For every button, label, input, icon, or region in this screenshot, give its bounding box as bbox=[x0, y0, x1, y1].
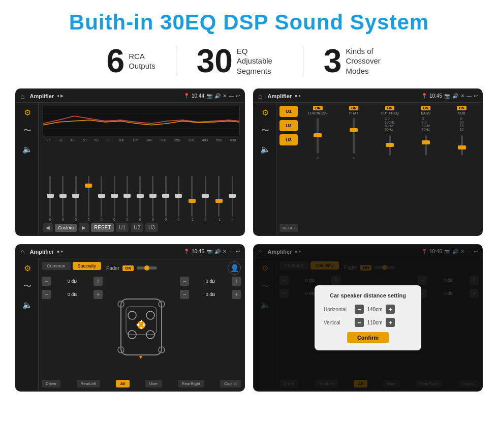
fader-sidebar-wave[interactable]: 〜 bbox=[20, 281, 35, 292]
amp-minimize-icon[interactable]: — bbox=[466, 93, 472, 99]
location-icon: 📍 bbox=[183, 93, 190, 99]
fader-4: 5 bbox=[88, 176, 90, 221]
rearright-btn[interactable]: RearRight bbox=[178, 380, 204, 387]
preset-u2[interactable]: U2 bbox=[279, 120, 298, 131]
eq-content: 2532 4050 6380 100125 160200 250320 4005… bbox=[39, 103, 244, 235]
back-icon[interactable]: ↩ bbox=[236, 93, 240, 99]
db-minus-4[interactable]: − bbox=[180, 290, 189, 299]
db-plus-1[interactable]: + bbox=[94, 277, 103, 286]
fader-13: 0 bbox=[204, 176, 206, 221]
loudness-fader[interactable] bbox=[317, 118, 319, 154]
dialog-title: Car speaker distance setting bbox=[324, 292, 412, 298]
copilot-btn[interactable]: Copilot bbox=[220, 380, 241, 387]
sub-label: SUB bbox=[458, 111, 465, 115]
stat-rca: 6 RCAOutputs bbox=[86, 45, 176, 77]
amp-camera-icon: 📷 bbox=[444, 93, 450, 99]
fader-bottom-buttons: Driver RearLeft All User RearRight Copil… bbox=[42, 380, 241, 387]
dialog-vertical-label: Vertical bbox=[324, 320, 352, 325]
dialog-vertical-plus[interactable]: + bbox=[386, 318, 395, 327]
tab-common[interactable]: Common bbox=[42, 262, 71, 270]
dialog-vertical-row: Vertical − 110cm + bbox=[324, 318, 412, 327]
phat-fader[interactable] bbox=[353, 118, 355, 154]
fader-sidebar: ⚙ 〜 🔈 bbox=[16, 258, 39, 391]
fader-topbar: ⌂ Amplifier ■ ● 📍 10:46 📷 🔊 ✕ — ↩ bbox=[16, 245, 244, 258]
eq-sidebar-filter[interactable]: ⚙ bbox=[20, 107, 35, 118]
amp-sidebar-wave[interactable]: 〜 bbox=[258, 125, 272, 136]
dialog-overlay: Car speaker distance setting Horizontal … bbox=[254, 245, 482, 391]
sub-on[interactable]: ON bbox=[457, 106, 466, 110]
loudness-on[interactable]: ON bbox=[313, 106, 323, 110]
driver-btn[interactable]: Driver bbox=[42, 380, 60, 387]
fader-screen: ⌂ Amplifier ■ ● 📍 10:46 📷 🔊 ✕ — ↩ ⚙ 〜 🔈 bbox=[15, 244, 245, 392]
eq-play-btn[interactable]: ▶ bbox=[79, 223, 89, 232]
cutfreq-fader[interactable] bbox=[389, 135, 391, 156]
close-icon[interactable]: ✕ bbox=[223, 93, 227, 99]
all-btn[interactable]: All bbox=[116, 380, 129, 387]
bass-label: BASS bbox=[421, 111, 430, 115]
minimize-icon[interactable]: — bbox=[229, 93, 234, 99]
eq-prev-btn[interactable]: ◀ bbox=[43, 223, 53, 232]
bass-fader[interactable] bbox=[425, 135, 427, 156]
home-icon[interactable]: ⌂ bbox=[20, 92, 24, 100]
svg-text:▶: ▶ bbox=[143, 322, 146, 327]
stat-eq-label: EQ AdjustableSegments bbox=[237, 46, 283, 76]
svg-point-6 bbox=[128, 311, 136, 319]
car-diagram-svg: ▲ ▼ ◀ ▶ ▼ bbox=[111, 294, 172, 360]
fader-home-icon[interactable]: ⌂ bbox=[20, 248, 24, 256]
fader-sidebar-filter[interactable]: ⚙ bbox=[20, 262, 35, 274]
svg-text:▼: ▼ bbox=[138, 354, 143, 360]
preset-u1[interactable]: U1 bbox=[279, 106, 298, 117]
amp-close-icon[interactable]: ✕ bbox=[460, 93, 464, 99]
eq-reset-btn[interactable]: RESET bbox=[91, 223, 114, 232]
fader-11: 0 bbox=[178, 176, 180, 221]
rearleft-btn[interactable]: RearLeft bbox=[77, 380, 101, 387]
eq-u1-btn[interactable]: U1 bbox=[116, 223, 129, 232]
eq-u2-btn[interactable]: U2 bbox=[131, 223, 143, 232]
db-value-3: 0 dB bbox=[191, 279, 230, 284]
amp-sidebar-filter[interactable]: ⚙ bbox=[258, 107, 272, 118]
amp-home-icon[interactable]: ⌂ bbox=[258, 92, 262, 100]
amp-reset-btn[interactable]: RESET bbox=[279, 224, 298, 232]
dialog-vertical-minus[interactable]: − bbox=[355, 318, 364, 327]
cutfreq-label: CUT FREQ bbox=[381, 111, 399, 115]
fader-on-badge[interactable]: ON bbox=[122, 265, 134, 271]
eq-u3-btn[interactable]: U3 bbox=[145, 223, 158, 232]
eq-screen: ⌂ Amplifier ● ▶ 📍 10:44 📷 🔊 ✕ — ↩ ⚙ 〜 🔈 bbox=[15, 88, 245, 236]
stat-crossover-number: 3 bbox=[324, 45, 342, 77]
eq-sidebar-wave[interactable]: 〜 bbox=[20, 125, 35, 136]
db-value-1: 0 dB bbox=[53, 279, 91, 284]
db-plus-3[interactable]: + bbox=[232, 277, 241, 286]
fader-close-icon[interactable]: ✕ bbox=[223, 249, 227, 254]
fader-sidebar-speaker[interactable]: 🔈 bbox=[20, 299, 35, 310]
phat-on[interactable]: ON bbox=[349, 106, 359, 110]
fader-slider[interactable] bbox=[137, 266, 157, 270]
amp-sidebar-speaker[interactable]: 🔈 bbox=[258, 143, 272, 155]
fader-tabs: Common Specialty bbox=[42, 262, 101, 270]
db-control-4: − 0 dB + bbox=[180, 290, 241, 299]
stat-eq: 30 EQ AdjustableSegments bbox=[176, 45, 303, 77]
eq-topbar: ⌂ Amplifier ● ▶ 📍 10:44 📷 🔊 ✕ — ↩ bbox=[16, 89, 244, 103]
volume-icon: 🔊 bbox=[214, 93, 221, 99]
dialog-horizontal-minus[interactable]: − bbox=[355, 305, 364, 314]
fader-7: 0 bbox=[126, 176, 128, 221]
amp-status-dots: ■ ● bbox=[295, 94, 301, 98]
eq-sidebar-speaker[interactable]: 🔈 bbox=[20, 143, 35, 155]
dialog-horizontal-plus[interactable]: + bbox=[386, 305, 395, 314]
fader-back-icon[interactable]: ↩ bbox=[236, 249, 240, 254]
fader-location-icon: 📍 bbox=[183, 249, 190, 254]
bass-on[interactable]: ON bbox=[421, 106, 431, 110]
db-plus-2[interactable]: + bbox=[94, 290, 103, 299]
confirm-button[interactable]: Confirm bbox=[347, 332, 389, 343]
db-plus-4[interactable]: + bbox=[232, 290, 241, 299]
db-minus-3[interactable]: − bbox=[180, 277, 189, 286]
fader-minimize-icon[interactable]: — bbox=[229, 249, 234, 254]
db-minus-2[interactable]: − bbox=[42, 290, 51, 299]
sub-fader[interactable] bbox=[461, 135, 463, 156]
tab-specialty[interactable]: Specialty bbox=[73, 262, 102, 270]
db-minus-1[interactable]: − bbox=[42, 277, 51, 286]
user-btn[interactable]: User bbox=[145, 380, 162, 387]
stat-rca-number: 6 bbox=[107, 45, 125, 77]
cutfreq-on[interactable]: ON bbox=[385, 106, 395, 110]
amp-back-icon[interactable]: ↩ bbox=[474, 93, 478, 99]
preset-u3[interactable]: U3 bbox=[279, 134, 298, 145]
